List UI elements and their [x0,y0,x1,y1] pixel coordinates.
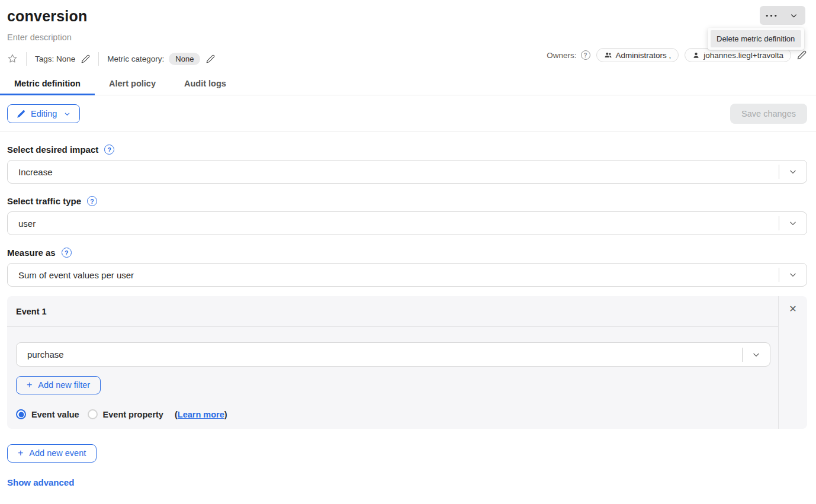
add-event-label: Add new event [29,448,86,458]
event-card-side: ✕ [778,296,807,429]
pencil-icon [17,110,25,118]
select-value: Sum of event values per user [8,270,779,280]
help-icon[interactable]: ? [87,196,97,206]
radio-label: Event property [103,410,163,419]
event-card: Event 1 purchase + Add new filter Event … [7,296,807,429]
page-title[interactable]: conversion [7,6,807,25]
paren-close: ) [224,410,227,419]
owners-help-icon[interactable]: ? [581,50,590,60]
actions-menu: Delete metric definition [708,28,804,50]
measure-as-select[interactable]: Sum of event values per user [7,263,807,287]
metric-category-badge: None [169,53,200,65]
pencil-icon [206,54,215,63]
desired-impact-label: Select desired impact [7,145,98,155]
toolbar: Editing Save changes [0,95,816,132]
meta-separator [26,52,27,66]
field-label-row: Measure as ? [7,248,807,258]
radio-unselected-icon [88,409,98,419]
plus-icon: + [27,380,32,390]
actions-split-button [760,6,805,25]
tab-alert-policy[interactable]: Alert policy [95,75,170,95]
person-icon [692,52,700,59]
radio-label: Event value [31,410,79,419]
event-card-title: Event 1 [7,296,778,327]
category-edit-button[interactable] [206,54,215,63]
chevron-down-icon [743,351,770,359]
metric-form: Select desired impact ? Increase Select … [0,145,816,287]
select-value: purchase [17,349,742,359]
radio-event-property[interactable]: Event property [88,409,163,419]
select-value: Increase [8,167,779,177]
tab-metric-definition[interactable]: Metric definition [0,75,95,95]
desired-impact-select[interactable]: Increase [7,160,807,184]
traffic-type-select[interactable]: user [7,211,807,235]
tags-label: Tags: None [35,54,75,63]
radio-selected-icon [16,409,26,419]
people-icon [604,51,612,59]
owner-badge-group: Administrators , [596,48,679,62]
description-input[interactable]: Enter description [7,33,807,42]
select-value: user [8,219,779,229]
editing-mode-button[interactable]: Editing [7,104,80,123]
more-options-button[interactable] [760,6,783,25]
field-label-row: Select desired impact ? [7,145,807,155]
help-icon[interactable]: ? [62,248,72,258]
owner-badge-user: johannes.liegl+travolta [685,48,791,62]
event-name-select[interactable]: purchase [16,342,770,367]
tab-audit-logs[interactable]: Audit logs [170,75,240,95]
metric-category-label: Metric category: [107,54,164,63]
event-card-body: purchase + Add new filter Event value [7,327,778,429]
remove-event-button[interactable]: ✕ [789,304,796,314]
chevron-down-icon [64,111,70,117]
meta-separator [98,52,99,66]
owners-row: Owners: ? Administrators , johannes.lieg… [547,48,807,62]
pencil-icon [797,50,807,60]
show-advanced-link[interactable]: Show advanced [7,477,74,487]
tab-bar: Metric definition Alert policy Audit log… [0,75,816,95]
owners-label: Owners: [547,51,576,60]
radio-event-value[interactable]: Event value [16,409,79,419]
chevron-down-icon [790,12,798,20]
ellipsis-icon [766,14,777,17]
field-label-row: Select traffic type ? [7,196,807,206]
measure-mode-radios: Event value Event property (Learn more) [16,409,770,419]
event-card-main: Event 1 purchase + Add new filter Event … [7,296,778,429]
chevron-down-icon [779,271,807,279]
save-changes-button[interactable]: Save changes [730,104,807,124]
favorite-star-button[interactable] [7,53,18,64]
traffic-type-label: Select traffic type [7,196,81,206]
tags-edit-button[interactable] [81,54,90,63]
owner-name: johannes.liegl+travolta [703,51,783,60]
add-filter-label: Add new filter [38,380,90,390]
menu-item-delete-metric[interactable]: Delete metric definition [711,30,801,47]
star-icon [7,53,18,64]
close-icon: ✕ [789,304,796,314]
add-event-button[interactable]: + Add new event [7,444,97,463]
editing-label: Editing [31,109,57,118]
plus-icon: + [18,448,23,458]
owner-name: Administrators , [616,51,672,60]
add-filter-button[interactable]: + Add new filter [16,376,101,394]
owners-edit-button[interactable] [797,50,807,60]
learn-more-link[interactable]: Learn more [178,410,224,419]
dropdown-toggle-button[interactable] [783,6,806,25]
learn-more-wrap: (Learn more) [175,410,227,419]
measure-as-label: Measure as [7,248,56,258]
form-footer: + Add new event Show advanced [0,429,816,488]
pencil-icon [81,54,90,63]
chevron-down-icon [779,168,807,176]
page-header: conversion Enter description Tags: None … [0,0,816,66]
chevron-down-icon [779,219,807,227]
help-icon[interactable]: ? [104,145,114,155]
